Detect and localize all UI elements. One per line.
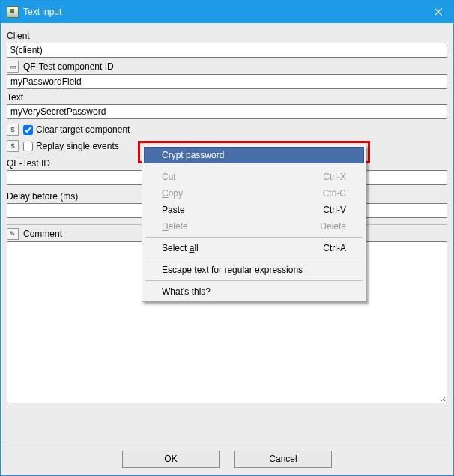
menu-whats-this[interactable]: What's this? [144,283,364,300]
menu-delete-label: Delete [162,221,188,232]
component-label-row: ▭ QF-Test component ID [7,61,447,73]
menu-copy-shortcut: Ctrl-C [323,188,346,199]
ok-button[interactable]: OK [122,451,220,468]
window-title: Text input [23,7,423,17]
app-icon [7,6,19,18]
menu-cut-label: Cut [162,172,176,182]
menu-escape-regex[interactable]: Escape text for regular expressions [144,262,364,278]
text-input[interactable] [7,104,447,119]
menu-separator [145,280,363,281]
close-button[interactable] [423,1,453,23]
replay-single-checkbox[interactable] [23,142,33,151]
menu-crypt-label: Crypt password [162,150,224,160]
form-area: Client ▭ QF-Test component ID Text $ Cle… [1,23,453,442]
component-input[interactable] [7,74,447,89]
menu-whats-this-label: What's this? [162,286,211,297]
menu-delete[interactable]: Delete Delete [144,218,364,235]
client-label: Client [7,31,447,41]
cancel-button[interactable]: Cancel [234,451,332,468]
menu-crypt-password[interactable]: Crypt password [144,147,364,163]
dollar-icon-2[interactable]: $ [7,140,19,152]
button-bar: OK Cancel [1,442,453,475]
menu-select-all-shortcut: Ctrl-A [323,243,346,253]
component-icon: ▭ [7,61,19,73]
menu-copy-label: Copy [162,188,183,199]
dialog-window: Text input Client ▭ QF-Test component ID… [0,0,454,476]
menu-select-all-label: Select all [162,243,199,253]
menu-separator [145,166,363,166]
edit-icon[interactable]: ✎ [7,228,19,240]
menu-separator [145,259,363,259]
menu-delete-shortcut: Delete [320,221,346,232]
menu-select-all[interactable]: Select all Ctrl-A [144,240,364,256]
menu-escape-label: Escape text for regular expressions [162,265,303,275]
clear-target-row: $ Clear target component [7,124,447,136]
replay-single-label: Replay single events [36,141,119,151]
menu-paste[interactable]: Paste Ctrl-V [144,202,364,218]
menu-separator [145,237,363,238]
clear-target-checkbox[interactable] [23,125,33,135]
menu-paste-label: Paste [162,205,185,215]
menu-copy[interactable]: Copy Ctrl-C [144,185,364,202]
title-bar: Text input [1,1,453,23]
menu-cut-shortcut: Ctrl-X [323,172,346,182]
clear-target-label: Clear target component [36,124,130,135]
text-label: Text [7,92,447,103]
menu-cut[interactable]: Cut Ctrl-X [144,169,364,185]
comment-label: Comment [23,229,62,239]
client-input[interactable] [7,43,447,58]
context-menu: Crypt password Cut Ctrl-X Copy Ctrl-C Pa… [142,145,366,302]
menu-paste-shortcut: Ctrl-V [323,205,346,215]
dollar-icon[interactable]: $ [7,124,19,136]
close-icon [435,8,442,16]
component-label: QF-Test component ID [23,61,114,72]
